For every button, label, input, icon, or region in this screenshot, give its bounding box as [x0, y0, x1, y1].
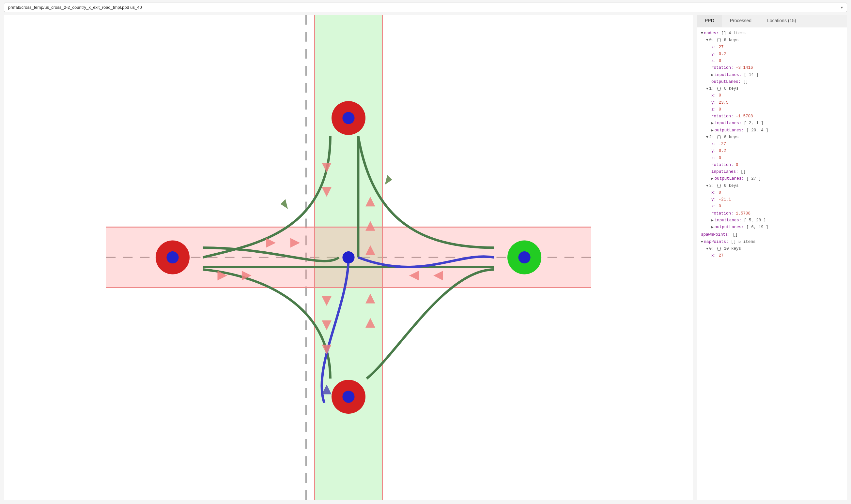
node3-x: x: 0 [711, 190, 843, 196]
node0-x-key: x: [711, 44, 716, 51]
node3-rotation: rotation: 1.5708 [711, 210, 843, 217]
node3-outputLanes: ▶ outputLanes: [ 6, 19 ] [711, 224, 843, 231]
node1-x: x: 0 [711, 92, 843, 99]
dropdown-arrow-icon[interactable]: ▾ [841, 5, 843, 10]
node2-rotation: rotation: 0 [711, 162, 843, 168]
node1-row: ▼ 1: {} 6 keys [706, 85, 843, 92]
node0-outputLanes-val: [] [743, 78, 748, 85]
node0-rotation-val: -3.1416 [736, 65, 753, 71]
node0-inputLanes-toggle[interactable]: ▶ [711, 72, 714, 78]
node3-inputLanes: ▶ inputLanes: [ 5, 28 ] [711, 217, 843, 224]
svg-point-35 [342, 251, 354, 264]
node1-inputLanes: ▶ inputLanes: [ 2, 1 ] [711, 120, 843, 127]
svg-point-32 [342, 391, 354, 402]
node0-x-val: 27 [719, 44, 724, 51]
svg-marker-25 [385, 175, 392, 185]
node1-toggle[interactable]: ▼ [706, 86, 708, 92]
mappoints-type: [] [729, 239, 736, 246]
mappoint0-row: ▼ 0: {} 10 keys [706, 246, 843, 252]
node0-y-key: y: [711, 51, 716, 58]
nodes-type: [] [719, 30, 726, 37]
mappoints-root: ▼ mapPoints: [] 5 items [701, 239, 843, 246]
node0-y-val: 0.2 [719, 51, 726, 58]
node1-z: z: 0 [711, 106, 843, 113]
node1-rotation: rotation: -1.5708 [711, 113, 843, 120]
mappoints-toggle[interactable]: ▼ [701, 239, 703, 245]
tab-ppd[interactable]: PPD [697, 15, 722, 27]
svg-point-28 [167, 251, 178, 264]
node2-inputLanes: inputLanes: [] [711, 168, 843, 175]
top-bar: prefab/cross_temp/us_cross_2-2_country_x… [4, 3, 847, 12]
node2-x: x: -27 [711, 141, 843, 148]
node0-inputLanes-val: [ 14 ] [744, 72, 759, 78]
mappoint0-x: x: 27 [711, 252, 843, 259]
node0-z-key: z: [711, 58, 716, 65]
node0-label: 0: {} 6 keys [709, 37, 739, 44]
node0-inputLanes: ▶ inputLanes: [ 14 ] [711, 72, 843, 78]
node2-toggle[interactable]: ▼ [706, 134, 708, 141]
node2-label: 2: {} 6 keys [709, 134, 739, 141]
spawnpoints-key: spawnPoints: [701, 232, 730, 238]
node3-z: z: 0 [711, 203, 843, 210]
svg-point-34 [518, 251, 530, 264]
node2-z: z: 0 [711, 155, 843, 162]
node0-z-val: 0 [719, 58, 722, 65]
node0-x: x: 27 [711, 44, 843, 51]
node0-rotation-key: rotation: [711, 65, 733, 71]
nodes-count: 4 items [726, 30, 746, 37]
node0-toggle[interactable]: ▼ [706, 37, 708, 43]
spawnpoints-val: [] [733, 232, 738, 238]
node1-label: 1: {} 6 keys [709, 85, 739, 92]
node0-outputLanes-key: outputLanes: [711, 78, 741, 85]
nodes-toggle[interactable]: ▼ [701, 30, 703, 37]
node2-row: ▼ 2: {} 6 keys [706, 134, 843, 141]
node1-outputLanes: ▶ outputLanes: [ 20, 4 ] [711, 127, 843, 134]
node0-z: z: 0 [711, 58, 843, 65]
main-content: PPD Processed Locations (15) ▼ nodes: []… [0, 15, 851, 504]
node2-outputLanes: ▶ outputLanes: [ 27 ] [711, 175, 843, 182]
node2-y: y: 0.2 [711, 148, 843, 155]
canvas-area[interactable] [4, 15, 693, 500]
node0-row: ▼ 0: {} 6 keys [706, 37, 843, 44]
spawnpoints-row: spawnPoints: [] [701, 232, 843, 238]
nodes-key: nodes: [704, 30, 719, 37]
node3-row: ▼ 3: {} 6 keys [706, 183, 843, 190]
node0-rotation: rotation: -3.1416 [711, 65, 843, 71]
nodes-root: ▼ nodes: [] 4 items [701, 30, 843, 37]
node3-y: y: -21.1 [711, 196, 843, 203]
tab-processed[interactable]: Processed [722, 15, 759, 27]
file-path: prefab/cross_temp/us_cross_2-2_country_x… [8, 5, 841, 10]
tabs-container: PPD Processed Locations (15) [697, 15, 847, 28]
node3-toggle[interactable]: ▼ [706, 183, 708, 189]
svg-marker-24 [281, 199, 288, 209]
node0-y: y: 0.2 [711, 51, 843, 58]
node0-outputLanes: outputLanes: [] [711, 78, 843, 85]
node1-y: y: 23.5 [711, 100, 843, 106]
tab-locations[interactable]: Locations (15) [759, 15, 804, 27]
node0-inputLanes-key: inputLanes: [715, 72, 742, 78]
tree-panel[interactable]: ▼ nodes: [] 4 items ▼ 0: {} 6 keys x: 27 [697, 28, 847, 500]
right-panel: PPD Processed Locations (15) ▼ nodes: []… [697, 15, 847, 500]
node3-label: 3: {} 6 keys [709, 183, 739, 190]
canvas-svg [4, 15, 693, 500]
svg-point-30 [342, 112, 354, 124]
mappoints-count: 5 items [736, 239, 756, 246]
mappoints-key: mapPoints: [704, 239, 729, 246]
